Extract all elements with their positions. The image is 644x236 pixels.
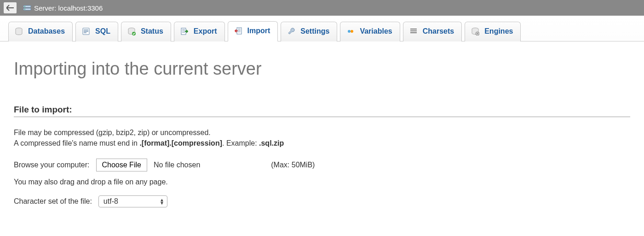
tab-charsets[interactable]: Charsets (403, 22, 462, 41)
tab-databases[interactable]: Databases (8, 22, 73, 41)
help-line-2-mid: . Example: (222, 139, 259, 147)
engines-icon (471, 27, 480, 36)
charset-label: Character set of the file: (14, 197, 92, 206)
svg-point-2 (24, 6, 25, 7)
choose-file-button[interactable]: Choose File (96, 159, 147, 171)
svg-point-10 (348, 30, 351, 33)
export-icon (180, 27, 189, 36)
tab-status[interactable]: Status (121, 22, 171, 41)
no-file-chosen-text: No file chosen (154, 161, 200, 169)
main-content: Importing into the current server File t… (0, 41, 644, 223)
charset-select[interactable]: utf-8 ▲▼ (98, 195, 167, 207)
tab-import[interactable]: Import (228, 21, 278, 41)
tab-label: Charsets (423, 27, 454, 35)
tab-label: Status (141, 27, 163, 35)
page-title: Importing into the current server (14, 59, 630, 79)
svg-point-3 (24, 9, 25, 10)
help-line-2: A compressed file's name must end in .[f… (14, 138, 630, 148)
charsets-icon (409, 27, 418, 36)
max-size-text: (Max: 50MiB) (271, 161, 315, 169)
svg-point-11 (351, 30, 353, 33)
help-line-1: File may be compressed (gzip, bzip2, zip… (14, 127, 630, 138)
database-icon (14, 27, 23, 36)
tab-variables[interactable]: Variables (340, 22, 400, 41)
select-arrows-icon: ▲▼ (160, 198, 164, 205)
tab-label: Import (247, 27, 270, 35)
tab-bar: Databases SQL Status Export Import Setti… (0, 16, 644, 41)
status-icon (127, 27, 136, 36)
browse-label: Browse your computer: (14, 161, 90, 169)
help-line-2-prefix: A compressed file's name must end in (14, 139, 139, 147)
section-file-to-import-title: File to import: (14, 105, 630, 117)
browse-row: Browse your computer: Choose File No fil… (14, 159, 630, 171)
tab-label: Variables (360, 27, 392, 35)
drag-drop-note: You may also drag and drop a file on any… (14, 178, 168, 186)
tab-engines[interactable]: Engines (465, 22, 521, 41)
tab-label: SQL (95, 27, 110, 35)
help-line-2-example: .sql.zip (259, 139, 284, 147)
help-line-2-format: .[format].[compression] (139, 139, 222, 147)
server-icon (23, 4, 31, 12)
breadcrumb-server-link[interactable]: Server: localhost:3306 (34, 4, 103, 12)
import-icon (234, 26, 243, 35)
tab-label: Export (194, 27, 217, 35)
breadcrumb-bar: Server: localhost:3306 (0, 0, 644, 16)
charset-row: Character set of the file: utf-8 ▲▼ (14, 195, 630, 207)
variables-icon (346, 27, 355, 36)
wrench-icon (287, 27, 296, 36)
tab-label: Settings (300, 27, 329, 35)
back-button[interactable] (4, 2, 17, 13)
help-text: File may be compressed (gzip, bzip2, zip… (14, 127, 630, 148)
tab-export[interactable]: Export (174, 22, 225, 41)
charset-select-value: utf-8 (104, 197, 118, 206)
svg-point-14 (477, 33, 478, 35)
tab-sql[interactable]: SQL (75, 22, 118, 41)
sql-icon (81, 27, 91, 36)
tab-label: Databases (28, 27, 65, 35)
arrow-left-icon (6, 5, 14, 11)
tab-settings[interactable]: Settings (281, 22, 337, 41)
tab-label: Engines (484, 27, 513, 35)
